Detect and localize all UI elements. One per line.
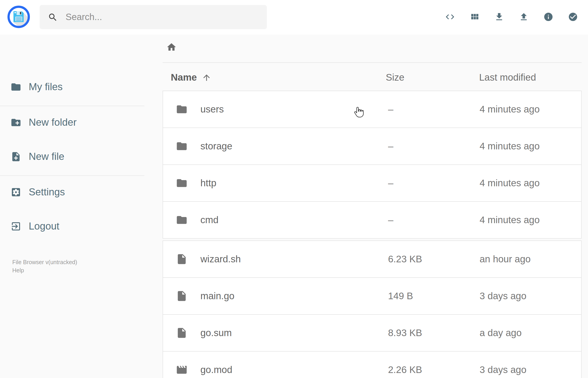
sidebar-item-label: Logout (29, 220, 59, 232)
sidebar: My files New folder New file Settings (0, 35, 144, 378)
item-name: wizard.sh (200, 254, 375, 265)
floppy-logo-icon (7, 5, 30, 28)
file-row[interactable]: main.go 149 B 3 days ago (163, 277, 582, 315)
sidebar-divider (0, 106, 144, 106)
sidebar-item-label: My files (29, 81, 63, 93)
sidebar-item-new-file[interactable]: New file (0, 146, 144, 168)
folder-icon (11, 81, 21, 93)
item-size: – (388, 215, 467, 225)
item-modified: 4 minutes ago (480, 215, 581, 225)
sidebar-divider (0, 175, 144, 176)
folder-row[interactable]: storage – 4 minutes ago (163, 128, 582, 165)
file-icon (176, 253, 188, 265)
item-size: – (388, 141, 467, 152)
search-icon (48, 12, 58, 22)
column-header-name[interactable]: Name (171, 72, 211, 82)
file-row[interactable]: go.sum 8.93 KB a day ago (163, 314, 582, 351)
movie-icon (176, 364, 188, 376)
file-icon (176, 327, 188, 339)
item-name: cmd (200, 215, 375, 225)
item-size: 149 B (388, 291, 467, 301)
info-icon[interactable] (543, 12, 553, 22)
home-icon[interactable] (166, 42, 177, 52)
folder-row[interactable]: users – 4 minutes ago (163, 91, 582, 128)
settings-icon (11, 187, 21, 198)
folder-icon (176, 177, 188, 189)
column-header-size[interactable]: Size (386, 72, 404, 82)
folder-icon (176, 140, 188, 152)
sidebar-credits: File Browser v(untracked) Help (12, 259, 77, 275)
file-browser-app: My files New folder New file Settings (0, 0, 588, 378)
arrow-up-icon (202, 73, 211, 82)
sidebar-item-my-files[interactable]: My files (0, 76, 144, 98)
column-header-name-label: Name (171, 72, 197, 82)
grid-view-icon[interactable] (469, 12, 480, 22)
app-version: File Browser v(untracked) (12, 259, 77, 267)
item-modified: 4 minutes ago (480, 141, 581, 152)
item-size: 8.93 KB (388, 327, 467, 338)
item-size: – (388, 104, 467, 115)
search-input[interactable] (65, 11, 258, 23)
file-icon (176, 290, 188, 302)
header-actions (445, 12, 578, 22)
new-folder-icon (11, 117, 21, 128)
item-name: main.go (200, 291, 375, 301)
item-name: http (200, 178, 375, 189)
item-name: users (200, 104, 375, 115)
item-modified: 4 minutes ago (480, 178, 581, 189)
column-header-modified[interactable]: Last modified (479, 72, 536, 82)
folder-icon (176, 214, 188, 226)
folder-icon (176, 103, 188, 115)
sidebar-item-settings[interactable]: Settings (0, 181, 144, 203)
folder-row[interactable]: cmd – 4 minutes ago (163, 201, 582, 239)
item-modified: 4 minutes ago (480, 104, 581, 115)
app-logo (7, 5, 30, 28)
item-modified: an hour ago (480, 254, 581, 265)
folder-row[interactable]: http – 4 minutes ago (163, 164, 582, 202)
download-icon[interactable] (494, 12, 504, 22)
check-circle-icon[interactable] (568, 12, 578, 22)
sidebar-item-label: New file (29, 151, 65, 162)
file-row[interactable]: wizard.sh 6.23 KB an hour ago (163, 241, 582, 278)
top-bar (0, 0, 588, 35)
search-box[interactable] (40, 5, 267, 29)
sidebar-item-label: Settings (29, 186, 65, 198)
sidebar-item-label: New folder (29, 117, 77, 128)
item-modified: 3 days ago (480, 291, 581, 301)
item-name: storage (200, 141, 375, 152)
sidebar-item-new-folder[interactable]: New folder (0, 112, 144, 134)
file-listing: wizard.sh 6.23 KB an hour ago main.go 14… (163, 241, 582, 378)
sidebar-item-logout[interactable]: Logout (0, 216, 144, 237)
breadcrumb-divider (163, 62, 582, 63)
upload-icon[interactable] (519, 12, 529, 22)
item-size: 6.23 KB (388, 254, 467, 265)
item-modified: 3 days ago (480, 364, 581, 375)
logout-icon (11, 221, 21, 232)
code-icon[interactable] (445, 12, 455, 22)
item-modified: a day ago (480, 327, 581, 338)
item-name: go.sum (200, 327, 375, 338)
folder-listing: users – 4 minutes ago storage – 4 minute… (163, 91, 582, 239)
new-file-icon (11, 151, 21, 162)
item-size: 2.26 KB (388, 364, 467, 375)
item-name: go.mod (200, 364, 375, 375)
help-link[interactable]: Help (12, 267, 77, 275)
item-size: – (388, 178, 467, 189)
file-row[interactable]: go.mod 2.26 KB 3 days ago (163, 351, 582, 378)
